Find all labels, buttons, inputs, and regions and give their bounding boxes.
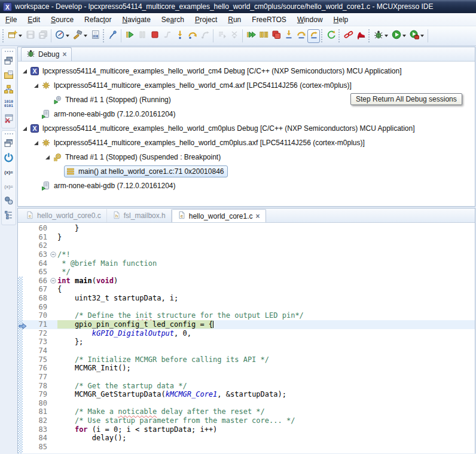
- debug-tree-row[interactable]: lpcxpresso54114_multicore_examples_hello…: [18, 136, 475, 150]
- save-button[interactable]: [24, 29, 36, 43]
- stack-grip[interactable]: [2, 50, 16, 53]
- stack-grip[interactable]: [2, 132, 16, 136]
- sidebar-quickstart-power[interactable]: [2, 151, 16, 165]
- sidebar-restore-view[interactable]: [2, 54, 16, 69]
- menu-run[interactable]: Run: [222, 14, 246, 26]
- new-wizard-icon: [8, 30, 17, 42]
- fold-spacer: [49, 399, 57, 408]
- menu-navigate[interactable]: Navigate: [117, 14, 155, 26]
- step-into-all-button[interactable]: [282, 29, 295, 43]
- gdb-process-icon: [41, 109, 51, 119]
- tree-expander-icon[interactable]: [44, 154, 51, 161]
- tree-expander-icon[interactable]: [22, 125, 28, 132]
- debug-tree-row[interactable]: Thread #1 1 (Stopped) (Suspended : Break…: [18, 150, 475, 164]
- tree-expander-icon[interactable]: [22, 68, 28, 75]
- editor-body[interactable]: 60 }61}6263/*!64 * @brief Main function6…: [18, 223, 475, 453]
- selected-stack-frame[interactable]: main() at hello_world_core1.c:71 0x20010…: [64, 165, 228, 177]
- toolbar-grip[interactable]: [103, 29, 105, 42]
- disconnect-button[interactable]: [161, 29, 173, 43]
- debug-tree-row[interactable]: Xlpcxpresso54114_multicore_examples_hell…: [18, 64, 475, 78]
- sidebar-variables-view[interactable]: (x)=: [2, 165, 16, 180]
- debug-tree-row[interactable]: Xlpcxpresso54114_multicore_examples_hell…: [18, 121, 475, 136]
- menu-edit[interactable]: Edit: [22, 14, 45, 26]
- suspend-all-button[interactable]: [257, 29, 270, 43]
- new-wizard-button[interactable]: [6, 29, 24, 43]
- sidebar-breakpoints-view[interactable]: [2, 194, 16, 208]
- sidebar-project-explorer[interactable]: [2, 69, 16, 83]
- step-return-button[interactable]: [199, 29, 211, 43]
- fold-minus-icon[interactable]: [49, 250, 57, 259]
- toolbar-grip[interactable]: [2, 29, 4, 42]
- resume-all-button[interactable]: [245, 29, 257, 43]
- fold-spacer: [49, 443, 57, 452]
- debug-tree-row[interactable]: arm-none-eabi-gdb (7.12.0.20161204): [18, 107, 475, 121]
- tab-debug[interactable]: Debug ×: [21, 47, 72, 61]
- menu-source[interactable]: Source: [45, 14, 79, 26]
- dropdown-caret-icon[interactable]: [66, 35, 69, 37]
- sidebar-registers-view[interactable]: 10100101: [2, 97, 16, 112]
- menu-refactor[interactable]: Refactor: [79, 14, 117, 26]
- run-config-button[interactable]: [390, 29, 408, 43]
- sidebar-outline-view[interactable]: [2, 208, 16, 223]
- debug-tree-row[interactable]: main() at hello_world_core1.c:71 0x20010…: [18, 164, 475, 179]
- link-editor-button[interactable]: [342, 29, 355, 43]
- debug-tree-row[interactable]: arm-none-eabi-gdb (7.12.0.20161204): [18, 179, 475, 193]
- editor-tab-hello_world_core0.c[interactable]: chello_world_core0.c: [20, 209, 107, 222]
- menu-search[interactable]: Search: [156, 14, 190, 26]
- fold-spacer: [49, 320, 57, 329]
- toolbar-grip[interactable]: [338, 29, 340, 42]
- menu-project[interactable]: Project: [190, 14, 222, 26]
- terminate-button[interactable]: [148, 29, 161, 43]
- menu-help[interactable]: Help: [328, 14, 354, 26]
- code-text: /* Initialize MCMGR before calling its A…: [57, 355, 475, 364]
- dropdown-caret-icon[interactable]: [84, 35, 87, 37]
- debug-config-button[interactable]: [372, 29, 390, 43]
- step-into-button[interactable]: [173, 29, 186, 43]
- step-over-all-button[interactable]: [295, 29, 307, 43]
- editor-tab-fsl_mailbox.h[interactable]: hfsl_mailbox.h: [107, 209, 172, 222]
- debug-tree-row[interactable]: lpcxpresso54114_multicore_examples_hello…: [18, 78, 475, 93]
- tree-expander-icon[interactable]: [33, 82, 39, 89]
- close-icon[interactable]: ×: [256, 213, 260, 220]
- toolbar-grip[interactable]: [321, 29, 323, 42]
- run-config-icon: [392, 30, 401, 42]
- menu-file[interactable]: File: [0, 14, 22, 26]
- sidebar-restore-view[interactable]: [2, 137, 16, 151]
- fold-minus-icon[interactable]: [49, 277, 57, 286]
- red-shoe-button[interactable]: [355, 29, 367, 43]
- tree-expander-icon[interactable]: [33, 140, 39, 146]
- line-number: 75: [28, 355, 49, 364]
- save-all-button[interactable]: [36, 29, 49, 43]
- profile-config-button[interactable]: [408, 29, 426, 43]
- debug-probe-button[interactable]: [53, 29, 71, 43]
- code-text: [57, 399, 475, 408]
- build-hammer-button[interactable]: [71, 29, 89, 43]
- dropdown-caret-icon[interactable]: [420, 35, 424, 37]
- resume-button[interactable]: [123, 29, 136, 43]
- tree-expander-spacer: [33, 183, 39, 189]
- probe-pin-button[interactable]: [106, 29, 119, 43]
- menu-freertos[interactable]: FreeRTOS: [246, 14, 292, 26]
- suspend-button[interactable]: [136, 29, 148, 43]
- step-over-button[interactable]: [186, 29, 199, 43]
- restart-button[interactable]: [325, 29, 337, 43]
- dropdown-caret-icon[interactable]: [19, 35, 22, 37]
- line-number: 68: [28, 294, 49, 303]
- dropdown-caret-icon[interactable]: [402, 35, 406, 37]
- menu-window[interactable]: Window: [292, 14, 328, 26]
- close-icon[interactable]: ×: [62, 51, 66, 58]
- drop-to-frame-button[interactable]: [228, 29, 240, 43]
- editor-tab-hello_world_core1.c[interactable]: chello_world_core1.c×: [172, 209, 266, 222]
- project-explorer-icon: [4, 70, 14, 82]
- tree-item-label: arm-none-eabi-gdb (7.12.0.20161204): [54, 182, 175, 190]
- binary-file-button[interactable]: 010: [89, 29, 102, 43]
- toolbar-grip[interactable]: [368, 29, 370, 42]
- editor-tab-label: hello_world_core1.c: [189, 212, 253, 220]
- instruction-stepping-button[interactable]: [215, 29, 228, 43]
- terminate-all-button[interactable]: [270, 29, 282, 43]
- sidebar-faults-view[interactable]: [2, 112, 16, 126]
- dropdown-caret-icon[interactable]: [385, 35, 388, 37]
- sidebar-expressions-view[interactable]: (x)=: [2, 180, 16, 194]
- step-return-all-button[interactable]: [307, 29, 320, 43]
- sidebar-peripherals-view[interactable]: [2, 83, 16, 97]
